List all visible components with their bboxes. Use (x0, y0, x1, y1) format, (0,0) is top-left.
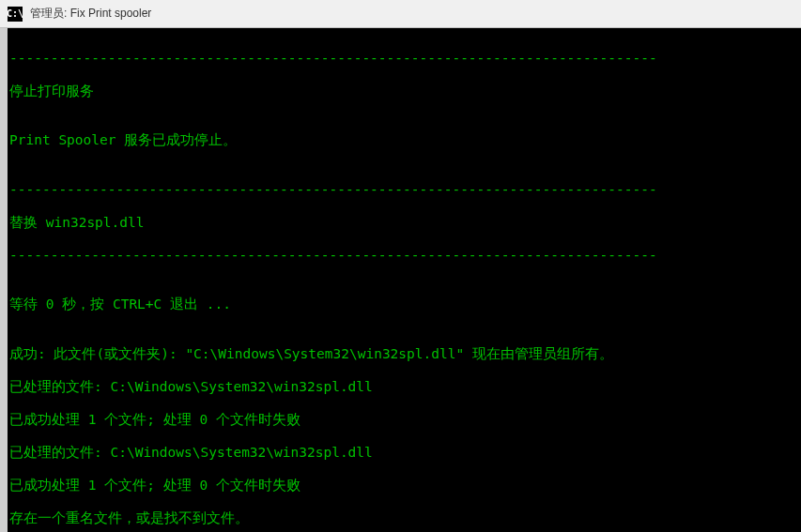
console-output[interactable]: ----------------------------------------… (8, 28, 801, 532)
console-line: ----------------------------------------… (9, 182, 801, 199)
console-line: 停止打印服务 (9, 84, 801, 100)
console-line: 已处理的文件: C:\Windows\System32\win32spl.dll (9, 445, 801, 462)
console-line: 已成功处理 1 个文件; 处理 0 个文件时失败 (9, 478, 801, 494)
console-line: 存在一个重名文件，或是找不到文件。 (9, 510, 801, 527)
console-line: ----------------------------------------… (9, 248, 801, 265)
console-line: 已处理的文件: C:\Windows\System32\win32spl.dll (9, 379, 801, 396)
console-line: Print Spooler 服务已成功停止。 (9, 132, 801, 149)
console-line: 成功: 此文件(或文件夹): "C:\Windows\System32\win3… (9, 346, 801, 363)
window-title: 管理员: Fix Print spooler (30, 6, 151, 22)
console-line: 替换 win32spl.dll (9, 215, 801, 232)
console-line: ----------------------------------------… (9, 51, 801, 68)
console-line: 已成功处理 1 个文件; 处理 0 个文件时失败 (9, 412, 801, 429)
cmd-icon: C:\ (8, 7, 23, 22)
window-titlebar: C:\ 管理员: Fix Print spooler (0, 0, 801, 28)
console-line: 等待 0 秒，按 CTRL+C 退出 ... (9, 296, 801, 313)
